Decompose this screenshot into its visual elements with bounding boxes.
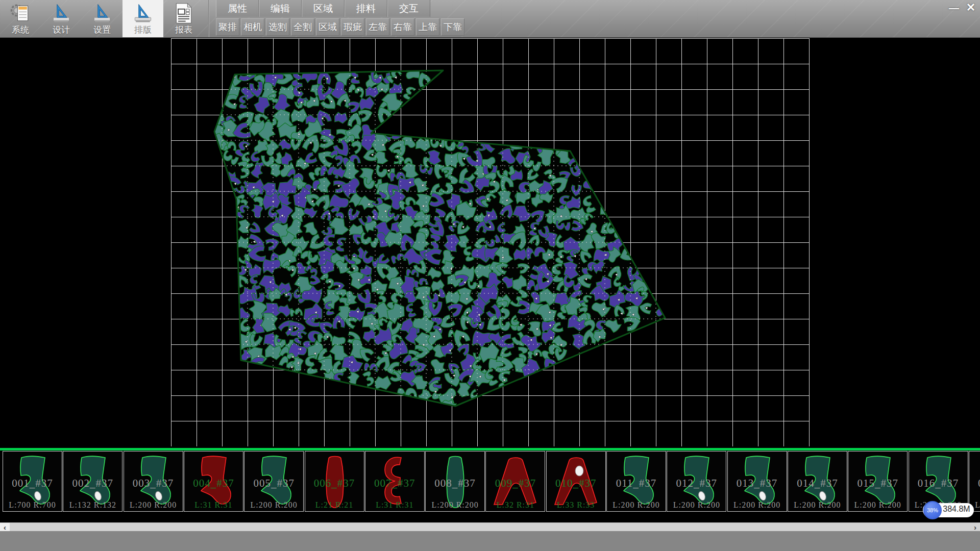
status-bar: [0, 531, 980, 551]
piece-name: 006_#37: [305, 477, 364, 490]
design-button-label: 设计: [53, 24, 70, 36]
thumbnail-cell[interactable]: 012_#37L:200 R:200: [667, 451, 726, 512]
thumbnail-cell[interactable]: 010_#37L:33 R:33: [546, 451, 606, 512]
nested-piece[interactable]: [406, 67, 420, 79]
piece-name: 011_#37: [607, 477, 666, 490]
minimize-button[interactable]: —: [946, 1, 962, 14]
thumbnail-cell[interactable]: 014_#37L:200 R:200: [788, 451, 847, 512]
set-square-icon: [50, 2, 72, 23]
report-button-label: 报表: [175, 24, 192, 36]
cluster-nest-button[interactable]: 聚排: [216, 18, 239, 36]
system-button-label: 系统: [12, 24, 29, 36]
piece-hole: [575, 466, 583, 476]
align-left-button[interactable]: 左靠: [366, 18, 389, 36]
scroll-left-button[interactable]: ‹: [0, 523, 10, 532]
piece-name: 007_#37: [365, 477, 424, 490]
align-top-button[interactable]: 上靠: [416, 18, 439, 36]
thumbnail-cell[interactable]: 017_#37L:200 R:200: [969, 451, 980, 512]
piece-lr-count: L:31 R:31: [184, 500, 243, 510]
main-icon-bar: 系统 设计 设置 排版 报表: [0, 0, 204, 37]
piece-name: 008_#37: [426, 477, 484, 490]
menu-tab-bar: 属性 编辑 区域 排料 交互: [216, 0, 430, 17]
piece-lr-count: L:200 R:200: [607, 500, 666, 510]
piece-lr-count: L:132 R:132: [63, 500, 122, 510]
thumbnail-cell[interactable]: 008_#37L:200 R:200: [425, 451, 485, 512]
thumbnail-cell[interactable]: 003_#37L:200 R:200: [124, 451, 183, 512]
toolbar: 系统 设计 设置 排版 报表 属性 编辑 区域 排料 交互 聚排 相机 选割 全…: [0, 0, 980, 38]
select-cut-button[interactable]: 选割: [266, 18, 289, 36]
defect-button[interactable]: 瑕疵: [341, 18, 364, 36]
tab-region[interactable]: 区域: [302, 0, 345, 17]
scroll-right-button[interactable]: ›: [970, 523, 980, 532]
nesting-button[interactable]: 排版: [122, 0, 163, 37]
piece-name: 014_#37: [788, 477, 847, 490]
tool-button-row: 聚排 相机 选割 全割 区域 瑕疵 左靠 右靠 上靠 下靠: [216, 18, 464, 36]
thumbnail-cell[interactable]: 004_#37L:31 R:31: [184, 451, 243, 512]
piece-name: 003_#37: [124, 477, 183, 490]
close-button[interactable]: ✕: [963, 1, 978, 14]
gear-document-icon: [9, 2, 32, 23]
piece-name: 013_#37: [728, 477, 787, 490]
progress-percent: 38%: [927, 507, 938, 513]
piece-lr-count: L:32 R:31: [486, 500, 545, 510]
thumbnail-cell[interactable]: 015_#37L:200 R:200: [848, 451, 908, 512]
horizontal-scrollbar[interactable]: ‹ ›: [0, 522, 980, 531]
progress-badge: 38%: [923, 501, 942, 519]
piece-lr-count: L:33 R:33: [547, 500, 605, 510]
region-button[interactable]: 区域: [316, 18, 339, 36]
thumbnail-cell[interactable]: 007_#37L:31 R:31: [365, 451, 425, 512]
piece-name: 010_#37: [547, 477, 605, 490]
piece-name: 001_#37: [3, 477, 62, 490]
thumbnail-cell[interactable]: 009_#37L:32 R:31: [485, 451, 545, 512]
thumbnail-cell[interactable]: 011_#37L:200 R:200: [606, 451, 666, 512]
piece-name: 005_#37: [244, 477, 303, 490]
thumbnail-cell[interactable]: 013_#37L:200 R:200: [727, 451, 787, 512]
piece-name: 002_#37: [63, 477, 122, 490]
cut-all-button[interactable]: 全割: [291, 18, 314, 36]
align-right-button[interactable]: 右靠: [391, 18, 414, 36]
report-button[interactable]: 报表: [163, 0, 204, 37]
toolbar-divider: [208, 0, 209, 37]
piece-name: 009_#37: [486, 477, 545, 490]
tab-nesting[interactable]: 排料: [345, 0, 387, 17]
piece-lr-count: L:200 R:200: [124, 500, 183, 510]
piece-name: 004_#37: [184, 477, 243, 490]
settings-button[interactable]: 设置: [82, 0, 122, 37]
piece-name: 017_#37: [969, 477, 980, 490]
nesting-button-label: 排版: [134, 24, 152, 36]
piece-lr-count: L:200 R:200: [848, 500, 907, 510]
piece-name: 012_#37: [667, 477, 726, 490]
piece-lr-count: L:200 R:200: [244, 500, 303, 510]
piece-lr-count: L:200 R:200: [788, 500, 847, 510]
set-square-icon: [91, 2, 113, 23]
report-document-icon: [173, 2, 195, 23]
memory-value: 384.8M: [942, 505, 971, 514]
piece-thumbnail-strip: 001_#37L:700 R:700002_#37L:132 R:132003_…: [0, 448, 980, 514]
thumbnail-cell[interactable]: 001_#37L:700 R:700: [3, 451, 62, 512]
piece-lr-count: L:21 R:21: [305, 500, 364, 510]
thumbnail-cell[interactable]: 006_#37L:21 R:21: [305, 451, 364, 512]
piece-lr-count: L:200 R:200: [426, 500, 484, 510]
settings-button-label: 设置: [93, 24, 111, 36]
piece-name: 015_#37: [848, 477, 907, 490]
tab-edit[interactable]: 编辑: [259, 0, 302, 17]
tab-interaction[interactable]: 交互: [387, 0, 430, 17]
notch-mark: [231, 215, 233, 218]
nesting-workspace: [0, 38, 980, 448]
piece-name: 016_#37: [909, 477, 968, 490]
piece-lr-count: L:200 R:200: [667, 500, 726, 510]
system-button[interactable]: 系统: [0, 0, 41, 37]
nested-piece[interactable]: [225, 224, 238, 236]
piece-lr-count: L:700 R:700: [3, 500, 62, 510]
set-square-icon: [132, 2, 154, 23]
thumbnail-cell[interactable]: 002_#37L:132 R:132: [63, 451, 122, 512]
design-button[interactable]: 设计: [41, 0, 82, 37]
tab-properties[interactable]: 属性: [216, 0, 259, 17]
camera-button[interactable]: 相机: [241, 18, 264, 36]
piece-lr-count: L:200 R:200: [728, 500, 787, 510]
align-bottom-button[interactable]: 下靠: [441, 18, 464, 36]
piece-lr-count: L:31 R:31: [365, 500, 424, 510]
nesting-canvas[interactable]: [171, 38, 810, 446]
thumbnail-cell[interactable]: 005_#37L:200 R:200: [244, 451, 304, 512]
